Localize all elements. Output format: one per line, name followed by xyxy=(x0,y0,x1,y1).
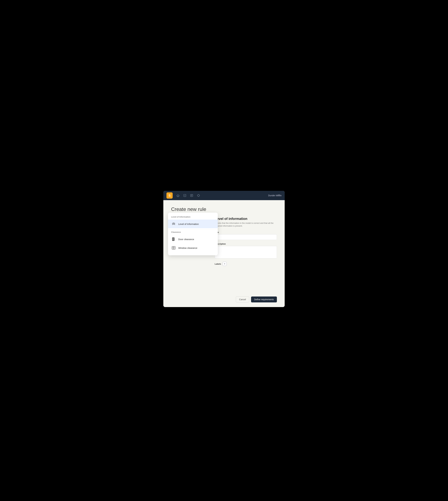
loi-icon xyxy=(171,221,176,227)
description-input[interactable] xyxy=(215,246,277,258)
window-icon xyxy=(171,245,176,250)
app-window: S xyxy=(163,191,285,307)
title-label: Title xyxy=(215,231,277,233)
checkbox-icon[interactable] xyxy=(183,193,187,198)
svg-point-13 xyxy=(174,239,174,239)
dropdown-item-door[interactable]: Door clearance xyxy=(168,235,218,243)
nav-bar: S xyxy=(163,191,285,200)
dropdown-section1-label: Level of Information xyxy=(168,216,218,220)
bottom-bar: Cancel Define requirements xyxy=(163,293,285,307)
layers-icon[interactable] xyxy=(176,193,180,198)
main-content: Create new rule Level of Information Lev… xyxy=(163,200,285,293)
add-label-button[interactable]: + xyxy=(223,262,227,266)
define-button[interactable]: Define requirements xyxy=(251,297,277,303)
dropdown-item2-label: Door clearance xyxy=(178,238,194,241)
nav-icons xyxy=(176,193,201,198)
list-icon[interactable] xyxy=(190,193,194,198)
door-icon xyxy=(171,237,176,242)
cancel-button[interactable]: Cancel xyxy=(236,297,249,303)
panel-subtitle: Checks that the information in the model… xyxy=(215,222,277,227)
dropdown-item1-label: Level of Information xyxy=(178,223,199,225)
description-label: Description xyxy=(215,243,277,245)
svg-point-5 xyxy=(197,194,199,197)
labels-label: Labels xyxy=(215,263,221,265)
svg-rect-0 xyxy=(184,194,186,197)
right-panel: Level of information Checks that the inf… xyxy=(215,217,277,266)
logo-button[interactable]: S xyxy=(166,192,173,198)
dropdown-overlay: Level of Information Level of Informatio… xyxy=(168,213,218,255)
dropdown-item-loi[interactable]: Level of Information xyxy=(168,220,218,228)
dropdown-section2-label: Clearance xyxy=(168,231,218,235)
labels-row: Labels + xyxy=(215,262,277,266)
panel-title: Level of information xyxy=(215,217,277,221)
screen-wrapper: S xyxy=(160,182,288,319)
dropdown-divider xyxy=(168,229,218,230)
svg-rect-11 xyxy=(173,238,173,241)
user-label: Dunder Mifflin xyxy=(268,194,282,197)
dropdown-item-window[interactable]: Window clearance xyxy=(168,243,218,252)
crosshair-icon[interactable] xyxy=(196,193,201,198)
page-title: Create new rule xyxy=(171,206,277,212)
title-input[interactable] xyxy=(215,234,277,240)
dropdown-item3-label: Window clearance xyxy=(178,247,197,249)
